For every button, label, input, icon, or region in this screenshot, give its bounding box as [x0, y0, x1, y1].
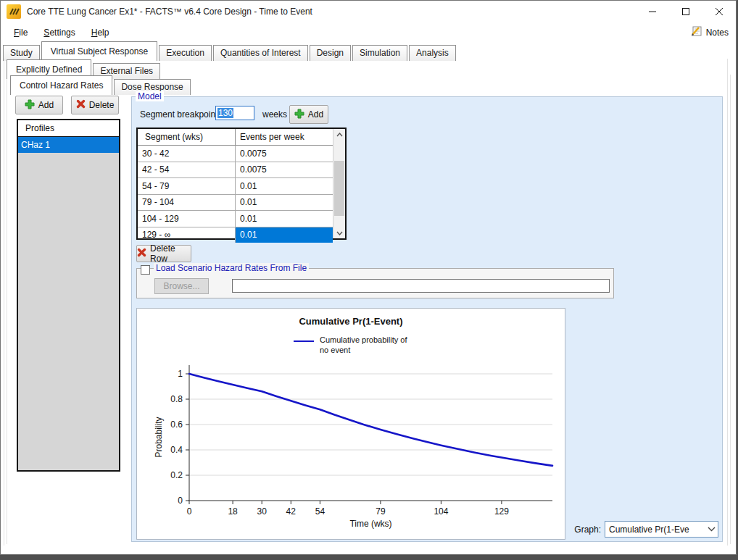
x-icon — [76, 99, 86, 111]
tab-simulation[interactable]: Simulation — [352, 45, 407, 61]
table-header-row: Segment (wks) Events per week — [138, 129, 333, 146]
scrollbar-thumb[interactable] — [334, 161, 344, 216]
add-profile-button[interactable]: Add — [15, 96, 63, 114]
svg-text:0.2: 0.2 — [170, 470, 183, 480]
svg-text:0: 0 — [187, 506, 192, 517]
browse-button[interactable]: Browse... — [154, 278, 209, 294]
tab-analysis[interactable]: Analysis — [409, 45, 456, 61]
notes-label: Notes — [706, 28, 729, 38]
x-icon — [137, 248, 146, 259]
col-header-segment: Segment (wks) — [138, 129, 236, 145]
maximize-button[interactable] — [669, 1, 702, 22]
table-row: 104 - 1290.01 — [138, 211, 333, 227]
survival-curve-plot: 00.20.40.60.8101830425479104129Time (wks… — [137, 309, 565, 539]
tab-design[interactable]: Design — [310, 45, 351, 61]
svg-text:42: 42 — [286, 506, 297, 517]
profiles-list: Profiles CHaz 1 — [17, 119, 120, 472]
svg-text:129: 129 — [494, 506, 509, 517]
svg-text:30: 30 — [257, 506, 268, 517]
minimize-button[interactable] — [636, 1, 669, 22]
hazard-rate-table: Segment (wks) Events per week 30 - 420.0… — [136, 128, 347, 240]
tab-control-hazard-rates[interactable]: Control Hazard Rates — [10, 75, 112, 95]
add-profile-label: Add — [38, 100, 54, 110]
svg-text:0.6: 0.6 — [170, 419, 183, 430]
plus-icon — [294, 109, 304, 121]
scroll-down-icon[interactable] — [333, 227, 345, 238]
graph-select-label: Graph: — [573, 525, 601, 535]
title-bar: Core TTE Lung Cancer Ex1* - FACTS™ v6.4 … — [1, 1, 736, 22]
file-path-input[interactable] — [232, 279, 610, 293]
svg-text:104: 104 — [434, 506, 448, 517]
tab-virtual-subject-response[interactable]: Virtual Subject Response — [41, 41, 158, 61]
app-icon — [7, 4, 21, 19]
rate-cell-selected[interactable]: 0.01 — [236, 227, 333, 243]
segment-cell[interactable]: 54 - 79 — [138, 178, 236, 194]
tabpage-border-right-inner — [730, 75, 731, 544]
chart-panel: Cumulative Pr(1-Event) Cumulative probab… — [136, 308, 565, 540]
add-segment-label: Add — [308, 109, 323, 120]
window-controls — [636, 1, 736, 22]
table-scrollbar[interactable] — [333, 129, 345, 238]
hazard-tab-strip: Control Hazard Rates Dose Response — [10, 75, 192, 95]
svg-text:1: 1 — [178, 369, 183, 379]
svg-text:18: 18 — [228, 506, 238, 517]
app-window: Core TTE Lung Cancer Ex1* - FACTS™ v6.4 … — [0, 0, 737, 555]
segment-cell[interactable]: 30 - 42 — [138, 146, 236, 162]
delete-row-button[interactable]: Delete Row — [136, 245, 191, 262]
svg-text:Probability: Probability — [154, 417, 164, 457]
table-row: 30 - 420.0075 — [138, 146, 333, 162]
rate-cell[interactable]: 0.0075 — [236, 162, 333, 178]
tab-quantities-of-interest[interactable]: Quantities of Interest — [213, 45, 308, 61]
rate-cell[interactable]: 0.0075 — [236, 146, 333, 162]
col-header-events: Events per week — [236, 129, 333, 145]
segment-breakpoint-label: Segment breakpoint: — [140, 109, 220, 120]
notes-button[interactable]: Notes — [691, 25, 729, 39]
rate-cell[interactable]: 0.01 — [236, 178, 333, 194]
delete-profile-button[interactable]: Delete — [71, 96, 119, 114]
graph-select-combobox[interactable]: Cumulative Pr(1-Eve — [605, 521, 718, 538]
svg-text:0: 0 — [178, 496, 183, 506]
table-row: 54 - 790.01 — [138, 178, 333, 195]
add-segment-button[interactable]: Add — [289, 105, 328, 124]
rate-cell[interactable]: 0.01 — [236, 195, 333, 211]
segment-cell[interactable]: 104 - 129 — [138, 211, 236, 227]
tab-execution[interactable]: Execution — [159, 45, 212, 61]
table-row: 79 - 1040.01 — [138, 195, 333, 212]
segment-cell[interactable]: 79 - 104 — [138, 195, 236, 211]
model-group-label: Model — [136, 91, 164, 101]
profile-item-chaz1[interactable]: CHaz 1 — [18, 137, 119, 153]
load-scenario-label: Load Scenario Hazard Rates From File — [154, 263, 309, 273]
profiles-list-header: Profiles — [18, 120, 119, 137]
rate-cell[interactable]: 0.01 — [236, 211, 333, 227]
menu-bar: File Settings Help Notes — [1, 22, 736, 43]
main-tab-strip: Study Virtual Subject Response Execution… — [3, 41, 457, 61]
menu-settings[interactable]: Settings — [36, 25, 82, 40]
segment-breakpoint-input[interactable]: 130 — [215, 106, 254, 120]
window-title: Core TTE Lung Cancer Ex1* - FACTS™ v6.4 … — [27, 7, 312, 17]
segment-cell[interactable]: 129 - ∞ — [138, 227, 236, 243]
segment-breakpoint-value: 130 — [217, 108, 233, 118]
tabpage-border-left-outer — [4, 59, 4, 546]
svg-text:79: 79 — [376, 506, 386, 517]
segment-cell[interactable]: 42 - 54 — [138, 162, 236, 178]
close-button[interactable] — [702, 1, 736, 22]
table-row: 42 - 540.0075 — [138, 162, 333, 179]
tabpage-border-right-outer — [727, 59, 728, 546]
desktop: Core TTE Lung Cancer Ex1* - FACTS™ v6.4 … — [0, 0, 738, 560]
menu-file[interactable]: File — [7, 25, 35, 40]
delete-profile-label: Delete — [89, 100, 115, 110]
svg-text:54: 54 — [315, 506, 326, 517]
load-scenario-checkbox[interactable] — [141, 265, 150, 275]
menu-help[interactable]: Help — [84, 25, 117, 40]
tab-study[interactable]: Study — [3, 45, 40, 61]
scroll-up-icon[interactable] — [333, 129, 345, 140]
svg-text:0.8: 0.8 — [170, 394, 183, 404]
plus-icon — [25, 99, 35, 112]
notes-icon — [691, 25, 703, 39]
delete-row-label: Delete Row — [150, 243, 191, 264]
svg-text:Time (wks): Time (wks) — [349, 519, 391, 529]
tabpage-border-left-inner — [7, 75, 7, 544]
weeks-label: weeks — [262, 109, 287, 120]
graph-selected-value: Cumulative Pr(1-Eve — [605, 525, 705, 535]
table-row-selected: 129 - ∞0.01 — [138, 227, 333, 243]
